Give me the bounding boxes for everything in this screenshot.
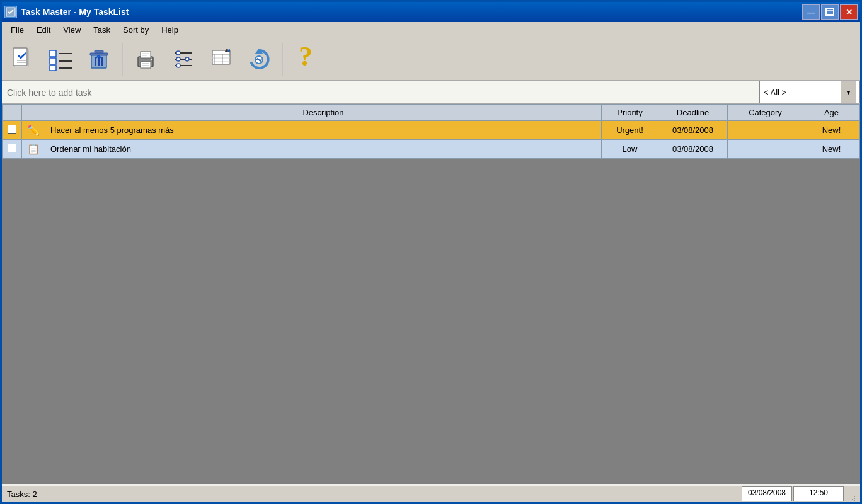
svg-text:?: ? bbox=[299, 45, 313, 72]
svg-line-51 bbox=[854, 500, 855, 501]
task-priority-1: Urgent! bbox=[602, 121, 658, 140]
tasks-count: Tasks: 2 bbox=[7, 490, 37, 499]
window-title: Task Master - My TaskList bbox=[21, 7, 129, 17]
filter-button[interactable] bbox=[166, 42, 201, 77]
task-category-2 bbox=[728, 140, 803, 159]
col-header-deadline[interactable]: Deadline bbox=[658, 105, 728, 121]
menu-edit[interactable]: Edit bbox=[30, 23, 57, 37]
table-row: ✏️ Hacer al menos 5 programas más Urgent… bbox=[3, 121, 860, 140]
col-header-check1 bbox=[3, 105, 22, 121]
menu-task[interactable]: Task bbox=[87, 23, 117, 37]
table-row: 📋 Ordenar mi habitación Low 03/08/2008 N… bbox=[3, 140, 860, 159]
print-button[interactable] bbox=[128, 42, 163, 77]
task-list-button[interactable] bbox=[43, 42, 79, 77]
svg-rect-7 bbox=[50, 50, 56, 57]
task-deadline-1: 03/08/2008 bbox=[658, 121, 728, 140]
status-time: 12:50 bbox=[793, 486, 844, 501]
app-icon bbox=[4, 6, 17, 18]
help-button[interactable]: ? bbox=[288, 42, 323, 77]
minimize-button[interactable]: — bbox=[802, 4, 820, 20]
add-task-bar: < All > ▼ bbox=[2, 81, 860, 104]
task-category-1 bbox=[728, 121, 803, 140]
menu-file[interactable]: File bbox=[4, 23, 30, 37]
menu-view[interactable]: View bbox=[57, 23, 87, 37]
task-icon-cell: ✏️ bbox=[22, 121, 45, 140]
task-description-1[interactable]: Hacer al menos 5 programas más bbox=[45, 121, 602, 140]
task-checkbox-cell bbox=[3, 121, 22, 140]
svg-rect-9 bbox=[50, 66, 56, 71]
table-header-row: Description Priority Deadline Category A… bbox=[3, 105, 860, 121]
maximize-button[interactable] bbox=[821, 4, 839, 20]
status-date: 03/08/2008 bbox=[742, 486, 792, 501]
svg-rect-8 bbox=[50, 58, 56, 64]
resize-handle[interactable] bbox=[845, 486, 855, 501]
svg-point-36 bbox=[185, 57, 189, 61]
title-bar: Task Master - My TaskList — ✕ bbox=[2, 2, 860, 22]
add-task-input[interactable] bbox=[2, 81, 759, 103]
task-age-2: New! bbox=[803, 140, 860, 159]
filter-dropdown-arrow[interactable]: ▼ bbox=[841, 81, 856, 103]
title-bar-left: Task Master - My TaskList bbox=[4, 6, 129, 18]
toolbar: ? bbox=[2, 38, 860, 81]
menu-bar: File Edit View Task Sort by Help bbox=[2, 22, 860, 38]
task-age-1: New! bbox=[803, 121, 860, 140]
svg-point-27 bbox=[176, 51, 180, 55]
col-header-check2 bbox=[22, 105, 45, 121]
col-header-age[interactable]: Age bbox=[803, 105, 860, 121]
svg-rect-20 bbox=[141, 52, 151, 58]
view-button[interactable] bbox=[204, 42, 239, 77]
menu-help[interactable]: Help bbox=[155, 23, 185, 37]
menu-sortby[interactable]: Sort by bbox=[117, 23, 155, 37]
content-area: Description Priority Deadline Category A… bbox=[2, 104, 860, 502]
svg-rect-14 bbox=[90, 53, 108, 55]
status-datetime: 03/08/2008 12:50 bbox=[742, 486, 855, 501]
task-edit-icon: ✏️ bbox=[27, 125, 40, 135]
title-bar-buttons: — ✕ bbox=[802, 4, 858, 20]
status-bar: Tasks: 2 03/08/2008 12:50 bbox=[2, 484, 860, 502]
svg-point-29 bbox=[176, 64, 180, 67]
task-table: Description Priority Deadline Category A… bbox=[2, 104, 860, 159]
col-header-priority[interactable]: Priority bbox=[602, 105, 658, 121]
col-header-category[interactable]: Category bbox=[728, 105, 803, 121]
task-note-icon: 📋 bbox=[27, 144, 40, 154]
col-header-description[interactable]: Description bbox=[45, 105, 602, 121]
task-deadline-2: 03/08/2008 bbox=[658, 140, 728, 159]
task-checkbox-2[interactable] bbox=[8, 144, 16, 152]
refresh-button[interactable] bbox=[241, 42, 277, 77]
task-icon-cell-2: 📋 bbox=[22, 140, 45, 159]
svg-point-28 bbox=[176, 57, 180, 61]
task-checkbox-cell bbox=[3, 140, 22, 159]
new-task-button[interactable] bbox=[6, 42, 41, 77]
task-checkbox-1[interactable] bbox=[8, 125, 16, 134]
task-description-2[interactable]: Ordenar mi habitación bbox=[45, 140, 602, 159]
close-button[interactable]: ✕ bbox=[840, 4, 858, 20]
svg-rect-21 bbox=[141, 62, 151, 68]
delete-task-button[interactable] bbox=[81, 42, 117, 77]
svg-rect-15 bbox=[95, 50, 103, 53]
task-priority-2: Low bbox=[602, 140, 658, 159]
filter-dropdown[interactable]: < All > ▼ bbox=[759, 81, 860, 103]
svg-rect-22 bbox=[151, 59, 152, 60]
svg-rect-1 bbox=[826, 9, 834, 15]
filter-value: < All > bbox=[764, 88, 786, 97]
toolbar-separator-1 bbox=[122, 43, 123, 76]
toolbar-separator-2 bbox=[282, 43, 283, 76]
